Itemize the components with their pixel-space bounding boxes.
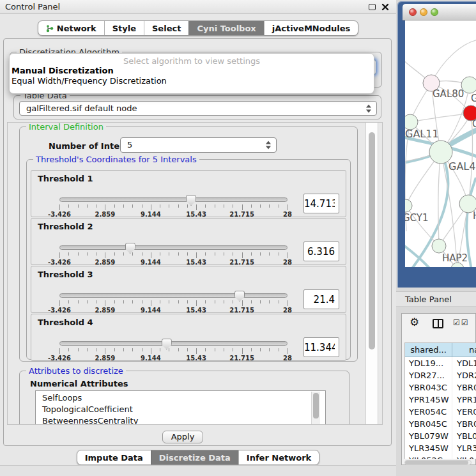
cell-name[interactable]: YLR3 [452, 442, 476, 454]
tab-cyni-toolbox[interactable]: Cyni Toolbox [188, 21, 263, 35]
cell-name[interactable]: YIL0 [452, 454, 476, 459]
number-of-intervals-combobox[interactable]: 5 [120, 137, 277, 153]
interval-definition-group: Interval Definition Number of Intervals … [19, 127, 358, 362]
slider-tick [142, 300, 142, 303]
cell-name[interactable]: YBR0 [452, 381, 476, 394]
slider-tick [215, 252, 215, 256]
column-header-shared-name[interactable]: shared... [405, 343, 452, 357]
slider-tick-label: 28 [283, 211, 292, 218]
table-row[interactable]: YER054CYER0 [405, 406, 476, 418]
threshold-2-value[interactable] [303, 242, 339, 261]
tab-discretize-data[interactable]: Discretize Data [151, 450, 238, 464]
thresholds-group: Threshold's Coordinates for 5 Intervals … [26, 159, 351, 360]
cell-name[interactable]: YDR2 [452, 369, 476, 381]
cell-shared-name[interactable]: YER054C [405, 406, 452, 418]
cell-shared-name[interactable]: YBR045C [405, 418, 452, 430]
threshold-4-value[interactable] [303, 337, 339, 357]
apply-button[interactable]: Apply [162, 431, 203, 443]
network-node-hap2[interactable] [432, 239, 446, 253]
network-canvas[interactable]: GAL80GACGAL11GAL4HGCY1HAP2 [405, 20, 476, 267]
cell-name[interactable]: YER0 [452, 406, 476, 418]
slider-tick [233, 252, 233, 256]
threshold-2-slider[interactable]: -3.4262.8599.14415.4321.71528 [59, 243, 288, 266]
slider-tick [205, 252, 206, 256]
threshold-3-value[interactable] [303, 289, 339, 309]
slider-tick [269, 348, 270, 351]
threshold-label: Threshold 1 [38, 174, 93, 183]
slider-tick [160, 204, 160, 208]
slider-tick [279, 348, 279, 351]
zoom-traffic-light[interactable] [431, 8, 438, 16]
slider-tick-label: 15.43 [186, 355, 206, 362]
threshold-4-slider[interactable]: -3.4262.8599.14415.4321.71528 [59, 339, 288, 362]
tab-style[interactable]: Style [104, 21, 144, 35]
table-row[interactable]: YPR145WYPR1 [405, 394, 476, 406]
slider-tick [105, 204, 105, 210]
slider-tick [251, 300, 252, 303]
scrollbar-thumb[interactable] [405, 461, 468, 464]
tab-label: Infer Network [247, 453, 311, 463]
cell-name[interactable]: YPR1 [452, 394, 476, 406]
tab-impute-data[interactable]: Impute Data [77, 450, 151, 464]
cell-shared-name[interactable]: YBL079W [405, 430, 452, 442]
tab-infer-network[interactable]: Infer Network [238, 450, 319, 464]
threshold-3-slider[interactable]: -3.4262.8599.14415.4321.71528 [59, 291, 288, 314]
cell-name[interactable]: YBR0 [452, 418, 476, 430]
scrollbar-thumb[interactable] [313, 393, 319, 418]
checkbox-icons[interactable]: ☑☑ [453, 318, 470, 327]
threshold-1-value[interactable] [303, 194, 339, 213]
cell-name[interactable]: YDL1 [452, 357, 476, 369]
vertical-scrollbar[interactable] [365, 123, 378, 424]
attribute-list-item[interactable]: TopologicalCoefficient [42, 404, 325, 415]
tab-jactivemnodules[interactable]: jActiveMNodules [264, 21, 358, 35]
scrollbar-thumb[interactable] [369, 132, 375, 349]
dropdown-item-manual-discretization[interactable]: Manual Discretization [10, 66, 374, 76]
slider-tick [105, 300, 105, 306]
table-row[interactable]: YDL19...YDL1 [405, 357, 476, 369]
cell-shared-name[interactable]: YBR043C [405, 381, 452, 394]
tab-select[interactable]: Select [144, 21, 188, 35]
slider-thumb[interactable] [125, 243, 135, 254]
slider-thumb[interactable] [234, 291, 245, 302]
network-node-gcy1[interactable] [405, 199, 412, 212]
attribute-list-item[interactable]: SelfLoops [42, 392, 325, 404]
cell-shared-name[interactable]: YLR345W [405, 442, 452, 454]
table-row[interactable]: YBL079WYBL0 [405, 430, 476, 442]
slider-thumb[interactable] [162, 339, 172, 349]
tab-network[interactable]: Network [38, 21, 104, 35]
gear-icon[interactable]: ⚙ [410, 317, 419, 328]
columns-icon[interactable] [433, 319, 443, 328]
table-row[interactable]: YBR045CYBR0 [405, 418, 476, 430]
cell-name[interactable]: YBL0 [452, 430, 476, 442]
minimize-traffic-light[interactable] [420, 8, 427, 16]
slider-tick [68, 204, 69, 208]
table-data-combobox[interactable]: galFiltered.sif default node [19, 101, 377, 116]
table-row[interactable]: YIL052CYIL0 [405, 454, 476, 459]
list-scrollbar[interactable] [311, 392, 320, 425]
close-traffic-light[interactable] [409, 8, 417, 16]
cell-shared-name[interactable]: YIL052C [405, 454, 452, 459]
horizontal-scrollbar[interactable] [404, 460, 472, 465]
table-row[interactable]: YBR043CYBR0 [405, 381, 476, 394]
threshold-1-slider[interactable]: -3.4262.8599.14415.4321.71528 [59, 195, 288, 218]
dropdown-item-equal-width-frequency[interactable]: Equal Width/Frequency Discretization [10, 76, 374, 86]
slider-tick [242, 204, 243, 210]
group-label: Attributes to discretize [26, 366, 126, 376]
table-row[interactable]: YLR345WYLR3 [405, 442, 476, 454]
attribute-list-item[interactable]: BetweennessCentrality [42, 415, 325, 425]
slider-tick-label: 21.715 [229, 307, 254, 314]
slider-tick [279, 204, 279, 208]
close-icon[interactable] [381, 3, 389, 11]
tab-label: jActiveMNodules [272, 24, 351, 33]
slider-tick [78, 348, 79, 351]
network-node-label: HAP2 [442, 252, 468, 264]
network-window-titlebar[interactable] [403, 4, 476, 20]
cell-shared-name[interactable]: YPR145W [405, 394, 452, 406]
cell-shared-name[interactable]: YDR27... [405, 369, 452, 381]
slider-tick [123, 252, 124, 256]
numerical-attributes-label: Numerical Attributes [30, 379, 128, 388]
float-window-icon[interactable] [369, 4, 376, 10]
column-header-name[interactable]: na [452, 343, 476, 357]
cell-shared-name[interactable]: YDL19... [405, 357, 452, 369]
table-row[interactable]: YDR27...YDR2 [405, 369, 476, 381]
